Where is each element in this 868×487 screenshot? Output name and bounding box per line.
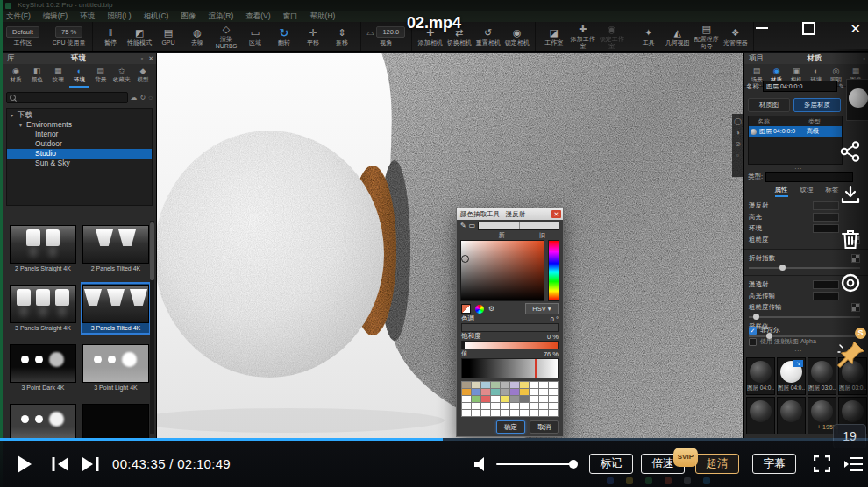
color-swatch[interactable] — [549, 382, 558, 388]
player-button-字幕[interactable]: 字幕 — [752, 454, 796, 474]
color-swatch[interactable] — [501, 382, 509, 388]
gear-icon[interactable]: ⚙ — [488, 305, 494, 314]
tree-item[interactable]: Studio — [7, 149, 152, 159]
volume-icon[interactable] — [473, 441, 491, 487]
property-tab-属性[interactable]: 属性 — [775, 186, 788, 197]
refresh-icon[interactable]: ↻ — [140, 94, 146, 102]
hue-value[interactable]: 0 ° — [551, 315, 559, 323]
material-thumbnail[interactable] — [746, 397, 775, 434]
minimize-button[interactable] — [756, 27, 768, 29]
fresnel-checkbox[interactable]: ✓ — [749, 327, 757, 335]
menu-item[interactable]: 图像 — [174, 11, 202, 22]
color-swatch[interactable] — [472, 389, 480, 395]
color-swatch[interactable] — [530, 410, 538, 416]
color-swatch[interactable] — [462, 403, 471, 409]
trash-icon[interactable] — [840, 228, 861, 251]
color-swatch[interactable] — [491, 396, 500, 402]
download-icon[interactable] — [839, 184, 862, 207]
volume-handle[interactable] — [569, 460, 578, 469]
color-swatch[interactable] — [539, 403, 548, 409]
saturation-slider[interactable] — [461, 341, 559, 349]
toolbar-item[interactable]: ❖光管理器 — [721, 27, 750, 46]
add-material-icon[interactable]: ◯ — [734, 117, 742, 125]
share-icon[interactable] — [839, 140, 862, 163]
color-swatch[interactable] — [539, 389, 548, 395]
color-swatch[interactable] — [530, 389, 538, 395]
cpu-usage-value[interactable]: 75 % — [55, 26, 82, 38]
color-swatch[interactable] — [520, 403, 529, 409]
material-thumbnail[interactable]: 图层 03:0... — [808, 357, 836, 395]
library-scrollbar[interactable] — [150, 221, 154, 434]
environment-thumbnail[interactable]: 3 Point Light 4K — [82, 343, 149, 392]
color-mode-dropdown[interactable]: HSV ▾ — [525, 303, 559, 314]
color-wheel-icon[interactable] — [475, 305, 484, 314]
color-swatch[interactable] — [520, 396, 529, 402]
toolbar-item[interactable]: ↻翻转 — [270, 27, 299, 46]
material-graph-button[interactable]: 材质图 — [748, 98, 790, 112]
tree-item[interactable]: ▾Environments — [7, 120, 152, 130]
link-material-icon[interactable]: ▫ — [736, 152, 739, 159]
menu-item[interactable]: 窗口 — [277, 11, 304, 22]
next-button[interactable] — [81, 441, 100, 487]
duplicate-material-icon[interactable]: ◑ — [736, 129, 740, 137]
color-swatch[interactable] — [530, 382, 538, 388]
toolbar-item[interactable]: ‖暂停 — [96, 27, 125, 46]
environment-thumbnail[interactable]: 3 Point Medium 4K — [10, 403, 76, 441]
render-viewport[interactable] — [157, 53, 743, 438]
color-swatch[interactable] — [491, 389, 500, 395]
toolbar-item[interactable]: ◍去噪 — [183, 27, 212, 46]
previous-button[interactable] — [51, 441, 70, 487]
color-swatch[interactable] — [510, 403, 519, 409]
color-swatch[interactable] — [462, 410, 471, 416]
tree-item[interactable]: Sun & Sky — [7, 159, 152, 168]
play-button[interactable] — [16, 441, 33, 487]
toolbar-item[interactable]: ◪工作室 — [539, 27, 568, 46]
environment-thumbnail[interactable]: 2 Panels Straight 4K — [10, 224, 76, 273]
menu-item[interactable]: 渲染(R) — [202, 11, 239, 22]
color-swatch[interactable] — [472, 403, 480, 409]
swatch-mode-icon[interactable] — [461, 304, 471, 314]
toolbar-item[interactable]: ◩性能模式 — [125, 27, 154, 46]
tree-item[interactable]: ▾下载 — [7, 110, 152, 120]
color-swatch[interactable] — [510, 410, 519, 416]
color-swatch[interactable] — [510, 382, 519, 388]
texture-map-icon[interactable] — [851, 303, 860, 312]
property-tab-纹理[interactable]: 纹理 — [800, 186, 814, 197]
color-swatch[interactable] — [510, 396, 519, 402]
color-swatch[interactable] — [549, 403, 558, 409]
toolbar-item[interactable]: ▤GPU — [154, 27, 183, 46]
multi-material-button[interactable]: 多层材质 — [793, 98, 841, 112]
saturation-value[interactable]: 0 % — [547, 333, 559, 341]
environment-thumbnail[interactable]: 3 Panels Straight 4K — [10, 284, 76, 333]
environment-thumbnail[interactable]: All Black 4K — [82, 403, 149, 441]
color-swatch[interactable] — [530, 396, 538, 402]
color-swatch[interactable] — [491, 403, 500, 409]
color-swatch[interactable] — [481, 410, 490, 416]
cpu-usage-selector[interactable]: 75 % CPU 使用量 — [50, 26, 89, 46]
close-panel-icon[interactable]: ✕ — [146, 55, 156, 62]
remove-material-icon[interactable]: ⊘ — [735, 140, 741, 148]
fullscreen-icon[interactable] — [814, 441, 830, 487]
color-swatch[interactable] — [462, 389, 471, 395]
filter-icon[interactable]: ◌ — [148, 94, 153, 102]
alpha-checkbox[interactable] — [749, 338, 757, 346]
color-swatch[interactable] — [520, 382, 529, 388]
color-swatch[interactable] — [481, 389, 490, 395]
property-slider-handle[interactable] — [779, 265, 786, 271]
library-tab-颜色[interactable]: ◧颜色 — [27, 65, 46, 88]
toolbar-item[interactable]: ◉锁定相机 — [502, 27, 531, 46]
color-swatch[interactable] — [510, 389, 519, 395]
material-name-input[interactable]: 图层 04:0:0:0 — [763, 81, 837, 92]
color-swatch[interactable] — [491, 382, 500, 388]
library-tab-材质[interactable]: ◉材质 — [6, 65, 25, 88]
tree-item[interactable]: Interior — [7, 130, 152, 139]
toolbar-item[interactable]: ✛平移 — [299, 27, 328, 46]
color-swatch[interactable] — [472, 410, 480, 416]
fov-value[interactable]: 120.0 — [376, 26, 405, 38]
toolbar-item[interactable]: ▤配置程序向导 — [692, 24, 721, 49]
environment-thumbnail[interactable]: 3 Panels Tilted 4K — [82, 284, 149, 333]
cancel-button[interactable]: 取消 — [530, 420, 559, 434]
color-swatch[interactable] — [491, 410, 500, 416]
color-swatch[interactable] — [549, 389, 558, 395]
color-swatch[interactable] — [539, 382, 548, 388]
